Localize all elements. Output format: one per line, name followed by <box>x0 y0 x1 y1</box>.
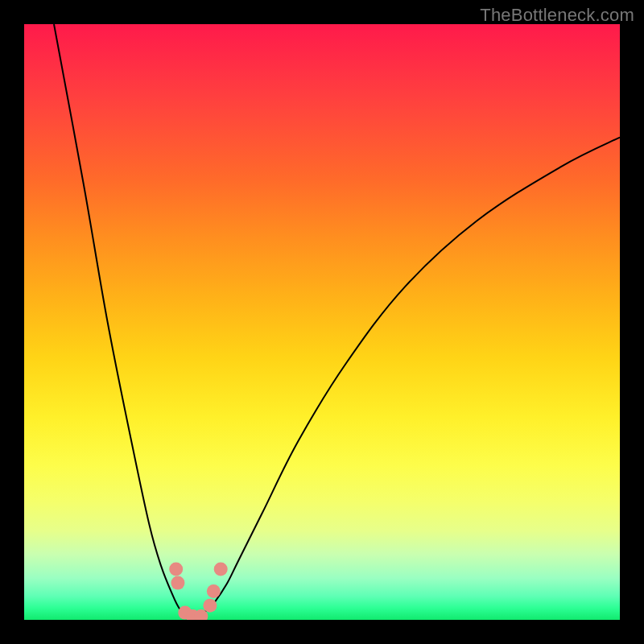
data-marker <box>169 563 183 576</box>
plot-area <box>24 24 620 620</box>
curve-layer <box>24 24 620 620</box>
chart-frame: TheBottleneck.com <box>0 0 644 644</box>
data-marker <box>214 563 228 576</box>
marker-group <box>169 563 228 620</box>
data-marker <box>207 584 221 598</box>
right-curve <box>197 138 620 620</box>
data-marker <box>171 576 184 590</box>
watermark-text: TheBottleneck.com <box>480 5 634 26</box>
left-curve <box>54 24 191 620</box>
data-marker <box>203 599 217 613</box>
